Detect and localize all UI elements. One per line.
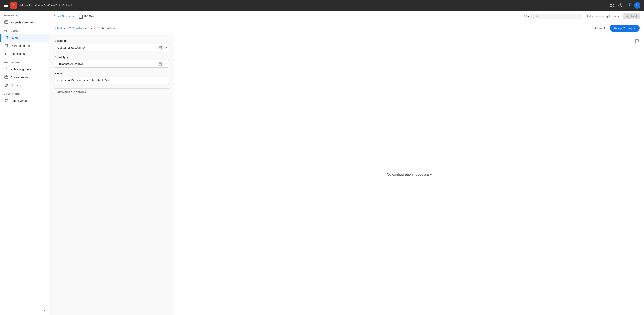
current-page-label: Event Configuration (88, 27, 115, 30)
property-type-icon (79, 15, 83, 19)
hosts-icon (4, 83, 8, 87)
page-actions: Cancel Keep Changes (592, 25, 640, 32)
property-name: FC Test (84, 15, 94, 18)
svg-rect-2 (610, 6, 612, 7)
event-type-select[interactable]: Fullcontact Resolve ▾ (54, 60, 169, 68)
build-icon: 🔨 (626, 15, 630, 18)
comment-icon-button[interactable] (633, 38, 640, 45)
sidebar-item-label: Publishing Flow (10, 68, 31, 71)
svg-rect-0 (610, 4, 612, 5)
sidebar-item-label: Environments (10, 76, 28, 79)
svg-text:?: ? (620, 4, 621, 7)
keep-changes-button[interactable]: Keep Changes (610, 25, 640, 32)
hamburger-menu-icon[interactable] (4, 4, 8, 7)
extensions-icon (4, 52, 8, 56)
filter-dropdown[interactable]: All ▾ (522, 14, 531, 19)
name-input[interactable] (54, 77, 169, 84)
search-input[interactable] (540, 15, 580, 18)
rules-icon (4, 36, 8, 40)
search-icon: 🔍 (535, 15, 539, 18)
latest-link[interactable]: Latest (54, 27, 62, 30)
svg-rect-11 (80, 15, 82, 18)
svg-point-7 (5, 44, 8, 46)
svg-rect-9 (5, 76, 8, 78)
sidebar-item-label: Rules (10, 36, 18, 39)
sidebar-item-label: Extensions (10, 52, 25, 56)
event-type-icon-btn[interactable] (157, 62, 164, 66)
breadcrumb-sep1: > (64, 27, 65, 30)
monitoring-section-label: Monitoring (0, 89, 49, 97)
advanced-options-chevron: › (54, 91, 56, 94)
sidebar-item-label: Property Overview (10, 21, 34, 24)
advanced-options-label: ADVANCED OPTIONS (58, 91, 86, 94)
data-elements-icon (4, 44, 8, 48)
sidebar-item-label: Hosts (10, 84, 18, 87)
extension-value: Customer Recognition (55, 44, 157, 51)
event-type-group: Event Type Fullcontact Resolve ▾ (54, 56, 169, 68)
no-config-message: No configuration neccessary (386, 172, 432, 177)
property-section-label: Property (0, 11, 49, 18)
notification-icon[interactable] (626, 3, 630, 8)
breadcrumb-sep2: > (84, 27, 86, 30)
top-navigation: A Adobe Experience Platform Data Collect… (0, 0, 644, 11)
page-header: Latest > FC Resolve > Event Configuratio… (49, 22, 644, 34)
cancel-button[interactable]: Cancel (592, 25, 608, 31)
build-button[interactable]: 🔨 Build (623, 14, 640, 20)
sidebar-item-publishing-flow[interactable]: Publishing Flow (0, 65, 49, 73)
sidebar-item-rules[interactable]: Rules (0, 34, 49, 42)
user-avatar[interactable]: U (634, 2, 640, 9)
publishing-section-label: Publishing (0, 58, 49, 65)
right-panel: No configuration neccessary (174, 34, 644, 315)
app-title: Adobe Experience Platform Data Collectio… (19, 4, 75, 7)
property-header: Client Properties › FC Test All ▾ 🔍 Sele… (49, 11, 644, 22)
sidebar: Property Property Overview Authoring Rul… (0, 11, 49, 315)
sidebar-item-label: Data Elements (10, 44, 30, 48)
event-type-value: Fullcontact Resolve (55, 60, 157, 67)
library-dropdown[interactable]: Select a working library ▾ (584, 14, 622, 19)
notification-dot (629, 3, 631, 5)
extension-chevron[interactable]: ▾ (164, 46, 168, 49)
sidebar-item-environments[interactable]: Environments (0, 73, 49, 81)
sidebar-item-data-elements[interactable]: Data Elements (0, 42, 49, 50)
grid-icon[interactable] (610, 3, 614, 8)
extension-icon-btn[interactable] (157, 46, 164, 49)
svg-rect-1 (613, 4, 614, 5)
extension-group: Extension Customer Recognition ▾ (54, 39, 169, 51)
extension-label: Extension (54, 39, 169, 43)
audit-events-icon (4, 99, 8, 103)
name-group: Name (54, 72, 169, 84)
client-properties-link[interactable]: Client Properties (54, 15, 75, 18)
left-panel: Extension Customer Recognition ▾ Event T… (49, 34, 174, 315)
advanced-options-toggle[interactable]: › ADVANCED OPTIONS (54, 88, 169, 96)
content-area: Client Properties › FC Test All ▾ 🔍 Sele… (49, 11, 644, 315)
breadcrumb: Client Properties › FC Test (54, 15, 94, 19)
help-icon[interactable]: ? (618, 3, 622, 8)
fc-resolve-link[interactable]: FC Resolve (67, 27, 83, 30)
top-nav-right: ? U (610, 2, 640, 9)
adobe-logo: A (10, 2, 16, 9)
sidebar-item-property-overview[interactable]: Property Overview (0, 18, 49, 26)
property-overview-icon (4, 20, 8, 24)
header-right: All ▾ 🔍 Select a working library ▾ 🔨 Bui… (522, 14, 640, 20)
sidebar-item-label: Audit Events (10, 99, 27, 103)
main-content: Extension Customer Recognition ▾ Event T… (49, 34, 644, 315)
page-breadcrumb: Latest > FC Resolve > Event Configuratio… (54, 27, 115, 30)
search-container: 🔍 (533, 14, 582, 19)
publishing-flow-icon (4, 67, 8, 71)
svg-point-8 (5, 69, 6, 70)
sidebar-item-hosts[interactable]: Hosts (0, 81, 49, 89)
sidebar-collapse-button[interactable]: ‹ (0, 305, 49, 315)
sidebar-item-audit-events[interactable]: Audit Events (0, 97, 49, 105)
event-type-chevron[interactable]: ▾ (164, 62, 168, 66)
authoring-section-label: Authoring (0, 26, 49, 34)
top-nav-left: A Adobe Experience Platform Data Collect… (4, 2, 75, 9)
extension-select[interactable]: Customer Recognition ▾ (54, 44, 169, 51)
name-label: Name (54, 72, 169, 75)
main-layout: Property Property Overview Authoring Rul… (0, 11, 644, 315)
event-type-label: Event Type (54, 56, 169, 59)
svg-rect-3 (613, 6, 614, 7)
environments-icon (4, 75, 8, 79)
sidebar-item-extensions[interactable]: Extensions (0, 50, 49, 58)
